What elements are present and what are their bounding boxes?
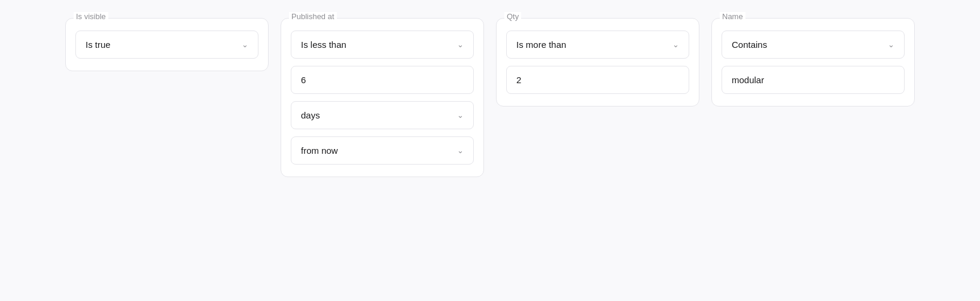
chevron-down-icon: ⌄: [457, 40, 464, 49]
qty-operator-select[interactable]: Is more than⌄: [506, 31, 689, 59]
name-value-input[interactable]: [722, 66, 905, 94]
filter-card-published-at: Is less than⌄days⌄from now⌄: [281, 18, 484, 177]
chevron-down-icon: ⌄: [457, 146, 464, 155]
qty-value-input[interactable]: [506, 66, 689, 94]
published-at-value-input[interactable]: [291, 66, 474, 94]
name-operator-select[interactable]: Contains⌄: [722, 31, 905, 59]
filter-card-wrapper-is-visible: Is visibleIs true⌄: [65, 18, 269, 71]
published-at-direction-select[interactable]: from now⌄: [291, 136, 474, 165]
filter-card-wrapper-published-at: Published atIs less than⌄days⌄from now⌄: [281, 18, 484, 177]
filter-card-name: Contains⌄: [711, 18, 915, 107]
name-operator-select-label: Contains: [732, 39, 767, 50]
published-at-unit-select-label: days: [301, 110, 320, 120]
filter-card-wrapper-name: NameContains⌄: [711, 18, 915, 107]
is-visible-select-label: Is true: [86, 39, 111, 50]
chevron-down-icon: ⌄: [457, 111, 464, 120]
chevron-down-icon: ⌄: [672, 40, 679, 49]
is-visible-select[interactable]: Is true⌄: [75, 31, 258, 59]
published-at-operator-select[interactable]: Is less than⌄: [291, 31, 474, 59]
chevron-down-icon: ⌄: [242, 40, 248, 49]
filters-container: Is visibleIs true⌄Published atIs less th…: [65, 18, 915, 177]
qty-operator-select-label: Is more than: [516, 39, 566, 50]
filter-card-is-visible: Is true⌄: [65, 18, 269, 71]
published-at-direction-select-label: from now: [301, 145, 338, 156]
filter-card-wrapper-qty: QtyIs more than⌄: [496, 18, 699, 107]
published-at-operator-select-label: Is less than: [301, 39, 346, 50]
published-at-unit-select[interactable]: days⌄: [291, 101, 474, 129]
filter-card-qty: Is more than⌄: [496, 18, 699, 107]
chevron-down-icon: ⌄: [888, 40, 894, 49]
